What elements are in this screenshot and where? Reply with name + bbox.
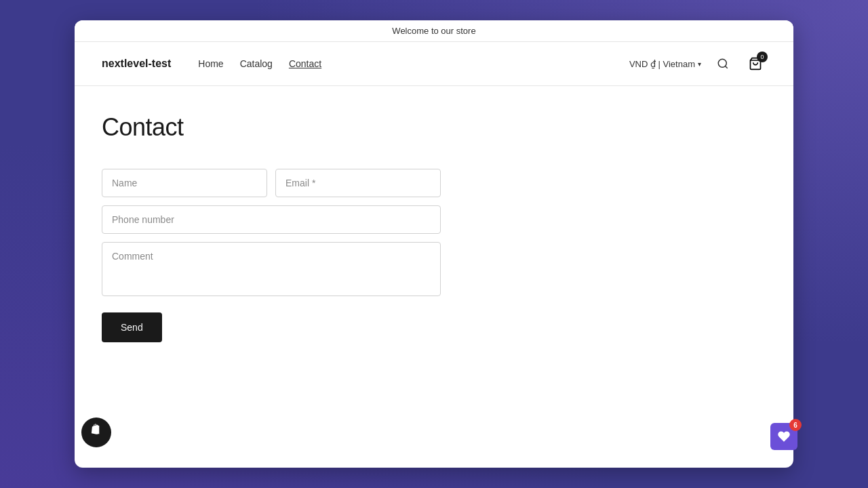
page-title: Contact [102, 113, 766, 142]
name-input[interactable] [102, 169, 267, 197]
shopify-icon-button[interactable] [81, 418, 111, 447]
send-button[interactable]: Send [102, 312, 162, 342]
contact-form: Send [102, 169, 441, 342]
announcement-text: Welcome to our store [392, 26, 475, 36]
header: nextlevel-test Home Catalog Contact VND … [75, 42, 793, 86]
svg-point-0 [718, 59, 726, 67]
logo: nextlevel-test [102, 58, 171, 70]
comment-row [102, 242, 441, 299]
wishlist-badge: 6 [789, 419, 802, 431]
wishlist-widget[interactable]: 6 [770, 423, 797, 450]
name-email-row [102, 169, 441, 197]
wishlist-button[interactable]: 6 [770, 423, 797, 450]
header-right: VND ₫ | Vietnam ▾ 0 [629, 53, 766, 75]
currency-selector[interactable]: VND ₫ | Vietnam ▾ [629, 59, 701, 69]
currency-label: VND ₫ | Vietnam [629, 59, 695, 69]
phone-input[interactable] [102, 205, 441, 234]
announcement-bar: Welcome to our store [75, 20, 793, 42]
email-field [275, 169, 441, 197]
nav-contact[interactable]: Contact [289, 58, 321, 69]
nav-catalog[interactable]: Catalog [240, 58, 273, 69]
nav: Home Catalog Contact [198, 58, 629, 69]
email-input[interactable] [275, 169, 441, 197]
nav-home[interactable]: Home [198, 58, 223, 69]
phone-row [102, 205, 441, 234]
cart-badge: 0 [757, 52, 768, 62]
svg-line-1 [725, 66, 727, 68]
comment-input[interactable] [102, 242, 441, 296]
name-field [102, 169, 267, 197]
main-content: Contact Send [75, 86, 793, 468]
cart-button[interactable]: 0 [745, 53, 766, 75]
chevron-down-icon: ▾ [698, 60, 701, 68]
search-button[interactable] [712, 53, 734, 75]
